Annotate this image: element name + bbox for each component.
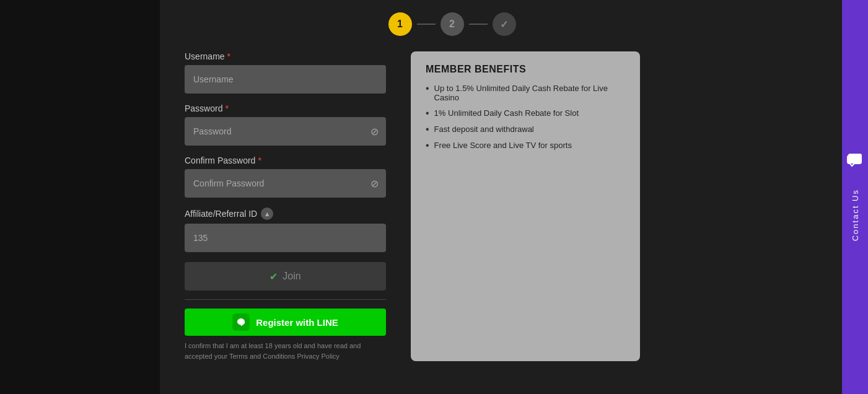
- left-panel: [0, 0, 160, 394]
- step-2: 2: [441, 12, 464, 36]
- join-button[interactable]: ✔ Join: [185, 262, 386, 291]
- form-area: Username * Password * ⊘ Confirm: [185, 51, 843, 361]
- step-indicator: 1 2 ✓: [388, 12, 516, 36]
- eye-icon-confirm[interactable]: ⊘: [370, 178, 379, 190]
- username-input[interactable]: [185, 65, 386, 94]
- password-group: Password * ⊘: [185, 103, 386, 146]
- password-input[interactable]: [185, 117, 386, 146]
- affiliate-input[interactable]: [185, 224, 386, 252]
- step-check: ✓: [493, 12, 516, 36]
- eye-icon-password[interactable]: ⊘: [370, 126, 379, 138]
- step-line-1: [417, 24, 436, 25]
- contact-chat-icon: [847, 152, 863, 172]
- divider: [185, 299, 386, 300]
- username-label: Username *: [185, 51, 386, 61]
- password-label: Password *: [185, 103, 386, 113]
- affiliate-group: Affiliate/Referral ID ▲: [185, 208, 386, 252]
- confirm-password-input[interactable]: [185, 169, 386, 198]
- benefits-title: MEMBER BENEFITS: [426, 64, 625, 75]
- step-line-2: [469, 24, 488, 25]
- step-1: 1: [388, 12, 412, 36]
- benefit-item-2: 1% Unlimited Daily Cash Rebate for Slot: [426, 108, 625, 118]
- benefit-item-3: Fast deposit and withdrawal: [426, 125, 625, 134]
- affiliate-label: Affiliate/Referral ID ▲: [185, 208, 386, 220]
- form-left: Username * Password * ⊘ Confirm: [185, 51, 386, 361]
- line-register-button[interactable]: Register with LINE: [185, 309, 386, 336]
- username-group: Username *: [185, 51, 386, 94]
- terms-text: I confirm that I am at least 18 years ol…: [185, 341, 386, 361]
- confirm-password-label: Confirm Password *: [185, 155, 386, 165]
- benefits-list: Up to 1.5% Unlimited Daily Cash Rebate f…: [426, 84, 625, 151]
- line-logo-icon: [232, 313, 250, 331]
- join-check-icon: ✔: [270, 271, 278, 282]
- contact-label: Contact Us: [851, 189, 860, 241]
- affiliate-expand-icon[interactable]: ▲: [261, 208, 273, 220]
- benefit-item-4: Free Live Score and Live TV for sports: [426, 141, 625, 151]
- confirm-password-wrapper: ⊘: [185, 169, 386, 198]
- main-content: 1 2 ✓ Username * Password: [160, 0, 868, 394]
- confirm-password-group: Confirm Password * ⊘: [185, 155, 386, 198]
- benefits-card: MEMBER BENEFITS Up to 1.5% Unlimited Dai…: [411, 51, 640, 361]
- contact-sidebar[interactable]: Contact Us: [842, 0, 868, 394]
- benefit-item-1: Up to 1.5% Unlimited Daily Cash Rebate f…: [426, 84, 625, 102]
- password-wrapper: ⊘: [185, 117, 386, 146]
